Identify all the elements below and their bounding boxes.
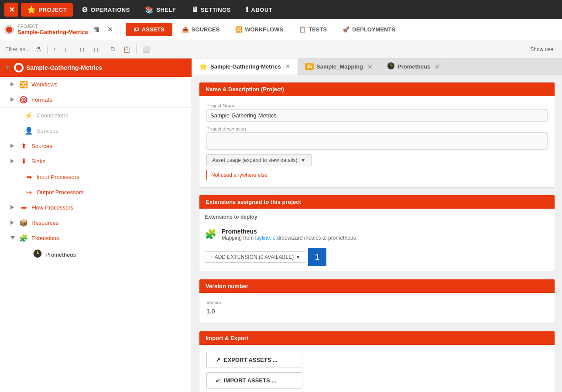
sidebar-item-sinks[interactable]: ⬇ Sinks bbox=[0, 154, 192, 169]
export-icon: ↗ bbox=[216, 357, 220, 363]
main-layout: Sample-Gathering-Metrics 🔀 Workflows 🎯 F… bbox=[0, 58, 562, 392]
workflows-icon: 🔀 bbox=[19, 80, 28, 89]
import-export-body: ↗ EXPORT ASSETS ... ↙ IMPORT ASSETS ... bbox=[199, 345, 555, 392]
app-logo: ✕ bbox=[4, 3, 18, 17]
settings-icon: 🖥 bbox=[191, 6, 199, 14]
prometheus-extension-item: 🧩 Prometheus Mapping from layline.io dro… bbox=[205, 224, 549, 244]
name-description-header: Name & Description (Project) bbox=[199, 83, 555, 96]
tab-prometheus-icon bbox=[387, 62, 395, 71]
prometheus-icon bbox=[33, 249, 42, 260]
add-extension-row: + ADD EXTENSION (0 AVAILABLE) ▼ 1 bbox=[205, 248, 549, 266]
extensions-arrow-icon bbox=[10, 236, 16, 241]
sort-up-button[interactable]: ↑ bbox=[51, 45, 58, 54]
nav-shelf[interactable]: 📚 SHELF bbox=[139, 3, 182, 17]
filter-icon-button[interactable]: ⚗ bbox=[34, 45, 44, 54]
sidebar-item-services[interactable]: 👤 Services bbox=[0, 123, 192, 138]
connections-icon: ⚡ bbox=[24, 111, 33, 120]
project-description-input[interactable] bbox=[206, 132, 548, 150]
sidebar-item-formats[interactable]: 🎯 Formats bbox=[0, 92, 192, 107]
resources-arrow-icon bbox=[10, 220, 16, 226]
project-icon: ⭐ bbox=[27, 6, 36, 14]
filter-separator3 bbox=[105, 45, 105, 54]
operations-icon: ⚙ bbox=[82, 6, 88, 14]
project-name-field: Project Name bbox=[206, 103, 548, 122]
tab-sample-gathering-close[interactable]: ✕ bbox=[285, 63, 291, 70]
assets-button[interactable]: 🏷 ASSETS bbox=[126, 23, 172, 36]
extensions-section: Extensions assigned to this project Exte… bbox=[199, 195, 555, 272]
deployments-nav-button[interactable]: 🚀 DEPLOYMENTS bbox=[336, 23, 401, 36]
move-up-button[interactable]: ↑↑ bbox=[77, 45, 87, 54]
import-icon: ↙ bbox=[216, 377, 220, 384]
import-export-header: Import & Export bbox=[199, 331, 555, 345]
sources-icon: ⬆ bbox=[19, 142, 28, 150]
extensions-header: Extensions assigned to this project bbox=[199, 195, 555, 209]
tab-sample-gathering-icon: ⭐ bbox=[199, 62, 208, 71]
nav-about[interactable]: ℹ ABOUT bbox=[240, 3, 278, 17]
filter-bar: Filter as... ⚗ ↑ ↓ ↑↑ ↓↓ ⧉ 📋 ⬜ Show use bbox=[0, 40, 562, 58]
assets-icon: 🏷 bbox=[134, 26, 139, 33]
version-body: Version 1.0 bbox=[199, 293, 555, 323]
sidebar-item-flow-processors[interactable]: ➡ Flow Processors bbox=[0, 200, 192, 215]
tests-nav-icon: 📋 bbox=[299, 26, 306, 33]
about-icon: ℹ bbox=[246, 6, 249, 14]
close-project-button[interactable]: ✕ bbox=[106, 24, 115, 35]
separator bbox=[120, 24, 120, 36]
layline-link[interactable]: layline.io bbox=[255, 235, 276, 241]
formats-icon: 🎯 bbox=[19, 96, 28, 104]
tab-sample-mapping[interactable]: JS Sample_Mapping ✕ bbox=[298, 58, 380, 75]
sidebar-item-output-processors[interactable]: ↦ Output Processors bbox=[0, 185, 192, 200]
tests-nav-button[interactable]: 📋 TESTS bbox=[293, 23, 333, 36]
nav-settings[interactable]: 🖥 SETTINGS bbox=[185, 3, 237, 16]
sidebar-item-sources[interactable]: ⬆ Sources bbox=[0, 138, 192, 154]
filter-separator bbox=[47, 45, 48, 54]
delete-project-button[interactable]: 🗑 bbox=[92, 24, 102, 35]
tab-prometheus[interactable]: Prometheus ✕ bbox=[380, 58, 447, 75]
project-name-input[interactable] bbox=[206, 109, 548, 122]
project-circle-icon bbox=[4, 25, 14, 34]
content-inner: Name & Description (Project) Project Nam… bbox=[192, 75, 562, 392]
version-header: Version number bbox=[199, 279, 555, 293]
root-star-icon bbox=[14, 63, 24, 72]
paste-button[interactable]: 📋 bbox=[121, 45, 133, 54]
nav-operations[interactable]: ⚙ OPERATIONS bbox=[75, 3, 136, 17]
tab-sample-mapping-icon: JS bbox=[305, 63, 314, 70]
asset-usage-chevron-icon: ▼ bbox=[301, 157, 306, 163]
sidebar-root-item[interactable]: Sample-Gathering-Metrics bbox=[0, 58, 192, 77]
root-expand-icon bbox=[5, 66, 10, 69]
sinks-icon: ⬇ bbox=[19, 157, 28, 165]
sources-nav-button[interactable]: 📤 SOURCES bbox=[176, 23, 226, 36]
tab-sample-gathering[interactable]: ⭐ Sample-Gathering-Metrics ✕ bbox=[192, 58, 298, 75]
workflows-nav-icon: 🔀 bbox=[235, 26, 242, 33]
copy-button[interactable]: ⧉ bbox=[109, 44, 117, 54]
second-bar: PROJECT Sample-Gathering-Metrics 🗑 ✕ 🏷 A… bbox=[0, 19, 562, 40]
shelf-icon: 📚 bbox=[145, 6, 154, 14]
tab-sample-mapping-close[interactable]: ✕ bbox=[367, 63, 373, 70]
formats-arrow-icon bbox=[10, 97, 16, 103]
nav-project[interactable]: ⭐ PROJECT bbox=[21, 3, 73, 17]
asset-usage-button[interactable]: Asset usage (expand to view details): ▼ bbox=[206, 154, 312, 166]
workflows-nav-button[interactable]: 🔀 WORKFLOWS bbox=[229, 23, 289, 36]
sidebar: Sample-Gathering-Metrics 🔀 Workflows 🎯 F… bbox=[0, 58, 192, 392]
project-label: PROJECT Sample-Gathering-Metrics bbox=[17, 24, 88, 35]
sidebar-item-prometheus[interactable]: Prometheus bbox=[0, 246, 192, 263]
content-area: ⭐ Sample-Gathering-Metrics ✕ JS Sample_M… bbox=[192, 58, 562, 392]
export-assets-button[interactable]: ↗ EXPORT ASSETS ... bbox=[206, 352, 302, 368]
import-export-section: Import & Export ↗ EXPORT ASSETS ... ↙ IM… bbox=[199, 331, 555, 392]
import-assets-button[interactable]: ↙ IMPORT ASSETS ... bbox=[206, 372, 302, 389]
add-extension-button[interactable]: + ADD EXTENSION (0 AVAILABLE) ▼ bbox=[205, 251, 306, 263]
deployments-nav-icon: 🚀 bbox=[343, 26, 350, 33]
sidebar-item-connections[interactable]: ⚡ Connections bbox=[0, 107, 192, 123]
sidebar-item-extensions[interactable]: 🧩 Extensions bbox=[0, 230, 192, 246]
tab-prometheus-close[interactable]: ✕ bbox=[435, 63, 440, 70]
frame-button[interactable]: ⬜ bbox=[140, 45, 152, 54]
sidebar-item-input-processors[interactable]: ➡ Input Processors bbox=[0, 169, 192, 185]
input-proc-icon: ➡ bbox=[24, 173, 33, 181]
filter-separator2 bbox=[73, 45, 73, 54]
show-use-button[interactable]: Show use bbox=[527, 45, 557, 54]
asset-usage-container: Asset usage (expand to view details): ▼ … bbox=[206, 154, 548, 180]
top-navigation: ✕ ⭐ PROJECT ⚙ OPERATIONS 📚 SHELF 🖥 SETTI… bbox=[0, 0, 562, 19]
sidebar-item-resources[interactable]: 📦 Resources bbox=[0, 215, 192, 230]
move-down-button[interactable]: ↓↓ bbox=[91, 45, 101, 54]
sort-down-button[interactable]: ↓ bbox=[62, 45, 69, 54]
sidebar-item-workflows[interactable]: 🔀 Workflows bbox=[0, 77, 192, 92]
